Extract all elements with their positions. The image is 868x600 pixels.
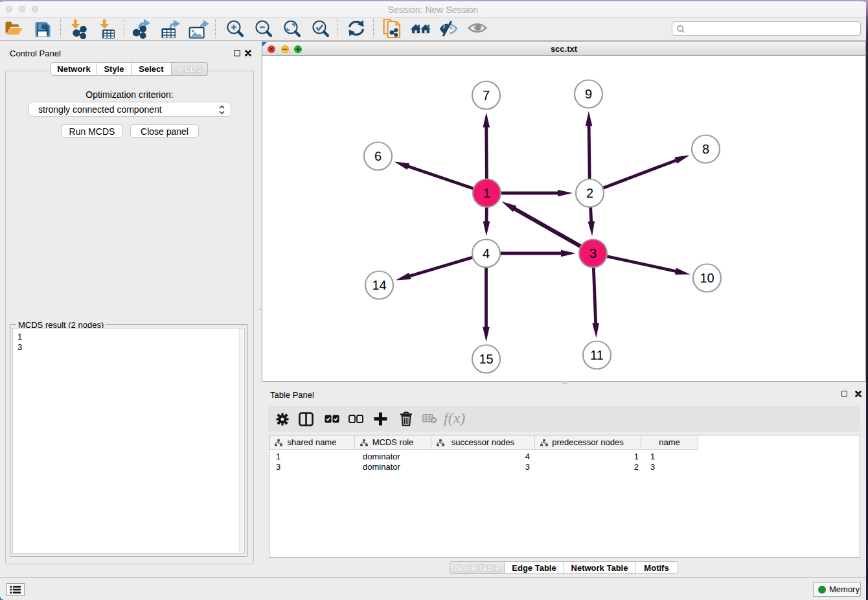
svg-text:4: 4 <box>483 246 490 260</box>
svg-text:14: 14 <box>372 278 386 292</box>
svg-text:3: 3 <box>589 246 597 260</box>
svg-text:11: 11 <box>590 348 604 362</box>
svg-text:15: 15 <box>479 352 493 366</box>
svg-text:6: 6 <box>374 149 382 163</box>
svg-text:9: 9 <box>585 87 592 101</box>
svg-text:2: 2 <box>586 186 593 200</box>
svg-text:7: 7 <box>483 88 490 102</box>
svg-text:10: 10 <box>700 271 714 285</box>
svg-text:8: 8 <box>702 142 709 156</box>
svg-text:1: 1 <box>483 186 490 200</box>
